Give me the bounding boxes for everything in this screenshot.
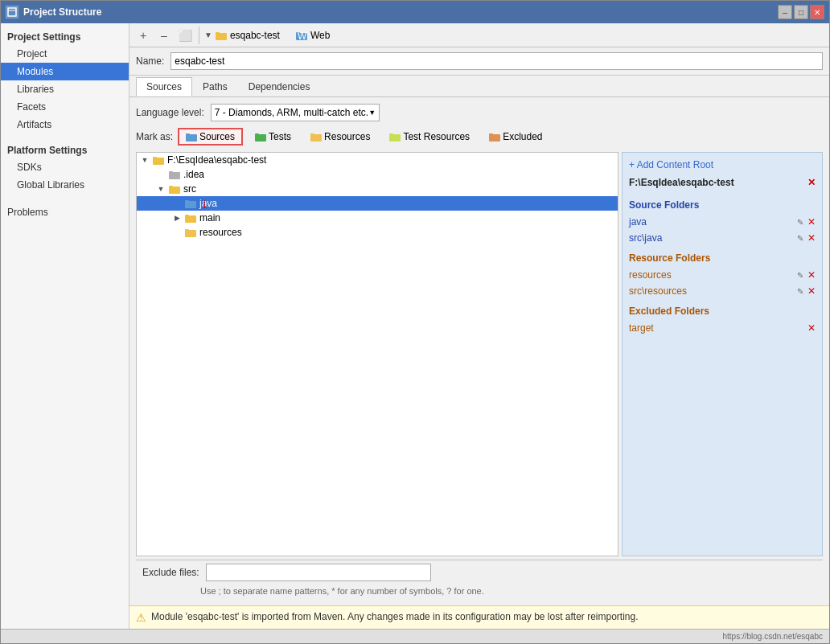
tree-node-resources[interactable]: resources <box>137 225 618 240</box>
child-item-label: Web <box>310 30 330 41</box>
svg-rect-0 <box>8 8 16 16</box>
sidebar-item-modules[interactable]: Modules <box>1 63 129 80</box>
web-folder-icon: W <box>296 31 307 40</box>
maximize-button[interactable]: □ <box>794 5 808 19</box>
excluded-folder-icon <box>489 132 500 142</box>
mark-as-label: Mark as: <box>136 131 173 142</box>
folder-icon <box>216 31 227 40</box>
language-row: Language level: 7 - Diamonds, ARM, multi… <box>136 104 823 121</box>
java-source-actions: ✎ ✕ <box>795 216 816 228</box>
window-title: Project Structure <box>23 6 101 18</box>
sidebar-item-project[interactable]: Project <box>1 45 129 63</box>
remove-button[interactable]: – <box>155 27 173 44</box>
svg-rect-20 <box>169 171 173 174</box>
remove-java-source[interactable]: ✕ <box>807 216 816 228</box>
tree-root-item[interactable]: ▼ esqabc-test <box>204 30 280 41</box>
warning-text: Module 'esqabc-test' is imported from Ma… <box>151 611 639 622</box>
copy-button[interactable]: ⬜ <box>176 27 194 44</box>
mark-as-resources[interactable]: Resources <box>303 129 377 145</box>
edit-resources-resource[interactable]: ✎ <box>795 269 806 281</box>
target-excluded-label: target <box>629 322 654 334</box>
edit-java-source[interactable]: ✎ <box>795 216 806 228</box>
mark-as-sources[interactable]: Sources <box>178 128 243 146</box>
mark-excluded-label: Excluded <box>503 131 542 142</box>
java-folder-icon <box>185 199 196 208</box>
lang-select-value: 7 - Diamonds, ARM, multi-catch etc. <box>215 107 368 118</box>
sidebar-item-facets[interactable]: Facets <box>1 98 129 116</box>
project-structure-window: Project Structure – □ ✕ Project Settings… <box>0 0 830 644</box>
java-source-label: java <box>629 216 647 228</box>
edit-srcresources-resource[interactable]: ✎ <box>795 285 806 297</box>
warning-bar: ⚠ Module 'esqabc-test' is imported from … <box>129 605 829 629</box>
exclude-hint: Use ; to separate name patterns, * for a… <box>136 585 823 599</box>
tab-dependencies[interactable]: Dependencies <box>238 77 321 96</box>
remove-resources-resource[interactable]: ✕ <box>807 269 816 281</box>
svg-rect-28 <box>185 229 189 232</box>
svg-rect-8 <box>186 133 190 136</box>
expand-java-icon <box>172 199 182 208</box>
remove-target-excluded[interactable]: ✕ <box>807 322 816 334</box>
mark-as-tests[interactable]: Tests <box>248 129 298 145</box>
mark-test-resources-label: Test Resources <box>403 131 470 142</box>
srcresources-resource-actions: ✎ ✕ <box>795 285 816 297</box>
tests-folder-icon <box>255 132 266 142</box>
expand-root-icon: ▼ <box>140 155 150 165</box>
sidebar-item-problems[interactable]: Problems <box>1 200 129 221</box>
source-folder-srcjava: src\java ✎ ✕ <box>629 232 816 244</box>
remove-srcjava-source[interactable]: ✕ <box>807 232 816 244</box>
main-panel: + – ⬜ ▼ esqabc-test <box>129 23 829 629</box>
resources-folder-icon <box>310 132 322 142</box>
tree-node-main[interactable]: ▶ main <box>137 211 618 225</box>
svg-rect-16 <box>489 133 493 136</box>
close-button[interactable]: ✕ <box>810 5 824 19</box>
tree-node-idea[interactable]: .idea <box>137 167 618 182</box>
src-label: src <box>183 183 196 195</box>
app-icon <box>6 6 18 18</box>
tab-paths[interactable]: Paths <box>192 77 238 96</box>
main-label: main <box>199 212 220 224</box>
svg-rect-24 <box>185 200 189 203</box>
mark-tests-label: Tests <box>269 131 291 142</box>
expand-main-icon: ▶ <box>172 213 182 223</box>
name-input[interactable] <box>171 52 823 70</box>
tab-sources[interactable]: Sources <box>136 77 192 96</box>
resource-folder-srcresources: src\resources ✎ ✕ <box>629 285 816 297</box>
add-button[interactable]: + <box>134 27 152 44</box>
warning-icon: ⚠ <box>136 611 146 624</box>
exclude-files-row: Exclude files: <box>136 560 823 585</box>
edit-srcjava-source[interactable]: ✎ <box>795 232 806 244</box>
resources-folder-tree-icon <box>185 228 196 237</box>
test-resources-folder-icon <box>389 132 401 142</box>
mark-as-test-resources[interactable]: Test Resources <box>382 129 477 145</box>
platform-settings-section: Platform Settings <box>1 140 129 158</box>
mark-as-excluded[interactable]: Excluded <box>482 129 549 145</box>
sidebar-item-sdks[interactable]: SDKs <box>1 158 129 176</box>
exclude-input[interactable] <box>206 564 431 581</box>
minimize-button[interactable]: – <box>778 5 792 19</box>
tree-node-src[interactable]: ▼ src <box>137 182 618 196</box>
main-folder-icon <box>185 213 196 223</box>
name-row: Name: <box>129 47 829 76</box>
sidebar-item-global-libraries[interactable]: Global Libraries <box>1 176 129 194</box>
resources-label: resources <box>199 227 242 238</box>
tree-node-root[interactable]: ▼ F:\EsqIdea\esqabc-test <box>137 153 618 167</box>
source-folders-title: Source Folders <box>629 199 816 211</box>
excluded-folder-target: target ✕ <box>629 322 816 334</box>
split-view: ▼ F:\EsqIdea\esqabc-test <box>136 152 823 556</box>
expand-resources-icon <box>172 228 182 237</box>
sidebar-item-libraries[interactable]: Libraries <box>1 80 129 98</box>
svg-rect-10 <box>255 133 259 136</box>
mark-sources-label: Sources <box>199 131 235 142</box>
add-content-root-button[interactable]: + Add Content Root <box>629 159 816 170</box>
tree-child-item[interactable]: W Web <box>296 30 330 41</box>
remove-srcresources-resource[interactable]: ✕ <box>807 285 816 297</box>
root-item-label: esqabc-test <box>230 30 280 41</box>
lang-dropdown-icon: ▼ <box>368 109 376 117</box>
svg-rect-26 <box>185 215 189 217</box>
tree-node-java[interactable]: java <box>137 196 618 211</box>
lang-select[interactable]: 7 - Diamonds, ARM, multi-catch etc. ▼ <box>211 104 380 121</box>
close-root-button[interactable]: ✕ <box>807 177 816 188</box>
sidebar-item-artifacts[interactable]: Artifacts <box>1 116 129 133</box>
excluded-folders-title: Excluded Folders <box>629 306 816 317</box>
sidebar: Project Settings Project Modules Librari… <box>1 23 129 629</box>
